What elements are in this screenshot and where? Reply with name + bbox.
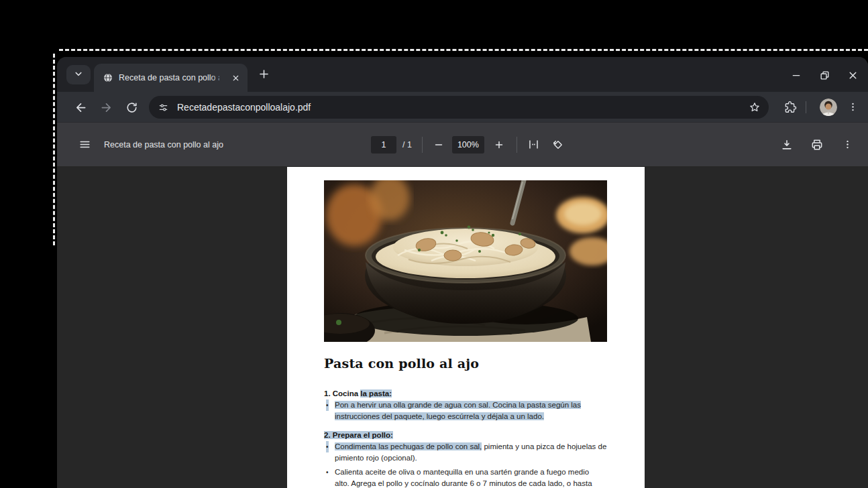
recipe-bullet: •Calienta aceite de oliva o mantequilla … bbox=[324, 467, 622, 488]
bullet-marker: • bbox=[326, 467, 329, 478]
window-controls bbox=[788, 67, 861, 83]
recipe-bullet: •Condimenta las pechugas de pollo con sa… bbox=[324, 441, 622, 464]
extensions-puzzle-icon[interactable] bbox=[781, 99, 799, 116]
text-segment: Calienta aceite de oliva o mantequilla e… bbox=[335, 468, 589, 476]
bullet-marker: • bbox=[326, 400, 329, 411]
pasta-dish-photo bbox=[324, 180, 607, 342]
url-text[interactable]: Recetadepastaconpolloalajo.pdf bbox=[177, 102, 749, 113]
toolbar-separator bbox=[806, 101, 806, 113]
tab-title: Receta de pasta con pollo al ajo bbox=[119, 73, 219, 82]
pdf-more-options-icon[interactable] bbox=[838, 136, 856, 154]
chevron-down-icon bbox=[72, 68, 85, 82]
tab-title-fade bbox=[210, 64, 227, 92]
browser-window: Receta de pasta con pollo al ajo bbox=[57, 57, 868, 488]
tab-receta-pdf[interactable]: Receta de pasta con pollo al ajo bbox=[94, 64, 248, 92]
pdf-toolbar-left: Receta de pasta con pollo al ajo bbox=[76, 123, 223, 166]
pdf-toolbar-right bbox=[778, 123, 856, 166]
selected-text: Pon a hervir una olla grande de agua con… bbox=[335, 401, 581, 409]
bookmark-star-icon[interactable] bbox=[749, 101, 761, 113]
recipe-line: 1. Cocina la pasta: bbox=[324, 388, 622, 400]
recipe-line: Condimenta las pechugas de pollo con sal… bbox=[335, 441, 622, 452]
profile-avatar[interactable] bbox=[820, 99, 837, 116]
selected-text: Condimenta las pechugas de pollo con sal… bbox=[335, 442, 482, 450]
pdf-page[interactable]: Pasta con pollo al ajo 1. Cocina la past… bbox=[287, 167, 645, 488]
zoom-level-value[interactable]: 100% bbox=[452, 136, 484, 154]
zoom-out-icon[interactable] bbox=[430, 136, 447, 154]
recipe-line: Calienta aceite de oliva o mantequilla e… bbox=[335, 467, 622, 478]
pdf-menu-hamburger-icon[interactable] bbox=[76, 136, 93, 154]
pdf-document-title: Receta de pasta con pollo al ajo bbox=[104, 140, 223, 149]
screen: Receta de pasta con pollo al ajo bbox=[0, 0, 868, 488]
window-restore-icon[interactable] bbox=[816, 67, 832, 83]
window-minimize-icon[interactable] bbox=[788, 67, 804, 83]
globe-favicon-icon bbox=[103, 72, 113, 83]
selected-text: la pasta: bbox=[360, 389, 392, 398]
text-segment: 1. Cocina bbox=[324, 389, 360, 398]
page-number-input[interactable]: 1 bbox=[371, 136, 396, 154]
tab-search-button[interactable] bbox=[66, 65, 91, 84]
recipe-line: instrucciones del paquete, luego escúrre… bbox=[335, 411, 622, 422]
browser-menu-icon[interactable] bbox=[844, 99, 861, 116]
capture-border-top bbox=[59, 49, 868, 51]
pdf-toolbar-center: 1 / 1 100% bbox=[371, 123, 567, 166]
address-bar[interactable]: Recetadepastaconpolloalajo.pdf bbox=[149, 96, 769, 119]
pdf-separator bbox=[517, 137, 517, 153]
recipe-bullet: •Pon a hervir una olla grande de agua co… bbox=[324, 400, 622, 422]
print-icon[interactable] bbox=[808, 136, 826, 154]
recipe-list: 1. Cocina la pasta:•Pon a hervir una oll… bbox=[324, 388, 622, 488]
text-segment: pimienta y una pizca de hojuelas de bbox=[482, 442, 606, 450]
bullet-marker: • bbox=[326, 441, 329, 452]
text-segment: alto. Agrega el pollo y cocínalo durante… bbox=[335, 479, 592, 487]
download-icon[interactable] bbox=[778, 136, 796, 154]
toolbar-right-group bbox=[781, 92, 868, 122]
recipe-line: 2. Prepara el pollo: bbox=[324, 430, 622, 441]
pdf-viewport[interactable]: Pasta con pollo al ajo 1. Cocina la past… bbox=[57, 166, 868, 488]
new-tab-button[interactable] bbox=[256, 67, 272, 83]
reload-icon[interactable] bbox=[123, 99, 140, 116]
capture-border-left bbox=[53, 54, 55, 245]
recipe-line: alto. Agrega el pollo y cocínalo durante… bbox=[335, 478, 622, 488]
recipe-line: pimiento rojo (opcional). bbox=[335, 452, 622, 464]
rotate-counterclockwise-icon[interactable] bbox=[549, 136, 567, 154]
fit-to-width-icon[interactable] bbox=[525, 136, 543, 154]
browser-toolbar: Recetadepastaconpolloalajo.pdf bbox=[57, 92, 868, 122]
document-title: Pasta con pollo al ajo bbox=[324, 356, 479, 371]
recipe-heading: 2. Prepara el pollo: bbox=[324, 430, 622, 441]
recipe-heading: 1. Cocina la pasta: bbox=[324, 388, 622, 400]
back-icon[interactable] bbox=[72, 99, 89, 116]
page-total-label: / 1 bbox=[402, 140, 412, 149]
tab-strip: Receta de pasta con pollo al ajo bbox=[57, 57, 868, 92]
forward-icon[interactable] bbox=[97, 99, 115, 116]
selected-text: instrucciones del paquete, luego escúrre… bbox=[335, 412, 544, 420]
text-segment: pimiento rojo (opcional). bbox=[335, 454, 417, 462]
window-close-icon[interactable] bbox=[845, 67, 861, 83]
pdf-separator bbox=[422, 137, 423, 153]
zoom-in-icon[interactable] bbox=[490, 136, 508, 154]
site-settings-tune-icon[interactable] bbox=[158, 102, 169, 113]
tab-close-icon[interactable] bbox=[229, 71, 242, 84]
pdf-toolbar: Receta de pasta con pollo al ajo 1 / 1 1… bbox=[57, 122, 868, 166]
selected-text: 2. Prepara el pollo: bbox=[324, 431, 393, 439]
recipe-line: Pon a hervir una olla grande de agua con… bbox=[335, 400, 622, 411]
plus-icon bbox=[258, 68, 270, 83]
